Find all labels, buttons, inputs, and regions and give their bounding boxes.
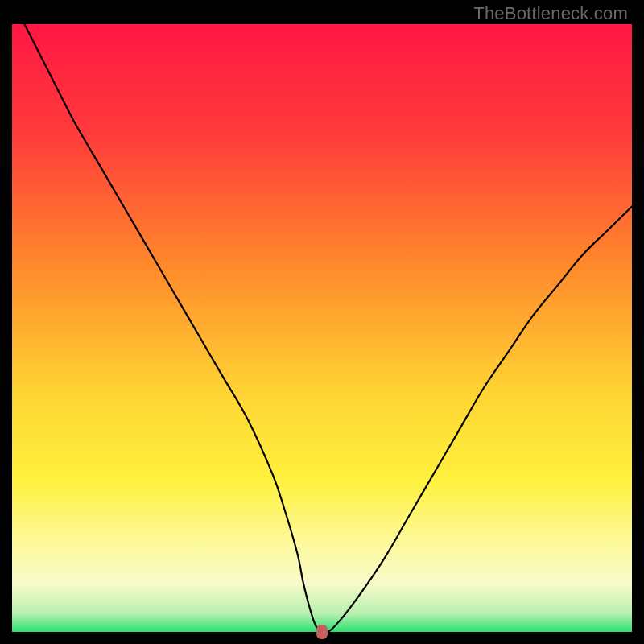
gradient-background	[12, 24, 632, 632]
optimal-point-marker	[316, 625, 328, 639]
bottleneck-chart: TheBottleneck.com	[0, 0, 644, 644]
watermark-text: TheBottleneck.com	[473, 3, 628, 24]
chart-svg	[0, 0, 644, 644]
